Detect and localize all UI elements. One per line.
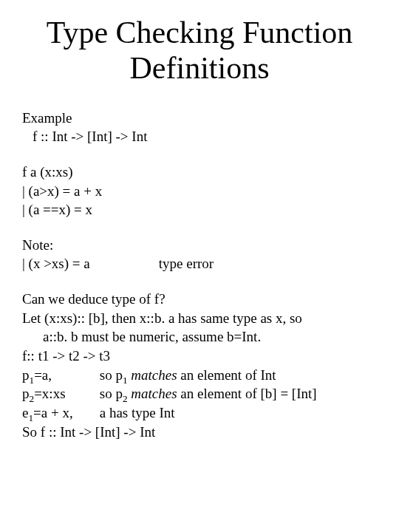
p2-right: so p2 matches an element of [b] = [Int] xyxy=(100,386,317,401)
note-label: Note: xyxy=(22,236,377,255)
f-type-line: f:: t1 -> t2 -> t3 xyxy=(22,347,377,366)
slide-title: Type Checking Function Definitions xyxy=(22,15,377,86)
e1-line: e1=a + x, a has type Int xyxy=(22,403,377,423)
defn-guard-1: | (a>x) = a + x xyxy=(22,182,377,201)
deduce-question: Can we deduce type of f? xyxy=(22,290,377,309)
note-guard: | (x >xs) = a xyxy=(22,254,155,273)
let-line-a: Let (x:xs):: [b], then x::b. a has same … xyxy=(22,309,377,328)
note-line: | (x >xs) = a type error xyxy=(22,254,377,273)
p1-line: p1=a, so p1 matches an element of Int xyxy=(22,366,377,385)
p1-left: p1=a, xyxy=(22,366,96,385)
p1-right: so p1 matches an element of Int xyxy=(100,367,276,383)
example-block: Example f :: Int -> [Int] -> Int xyxy=(22,109,377,146)
let-line-b: a::b. b must be numeric, assume b=Int. xyxy=(22,327,377,347)
p2-left: p2=x:xs xyxy=(22,384,96,403)
definition-block: f a (x:xs) | (a>x) = a + x | (a ==x) = x xyxy=(22,163,377,219)
p2-line: p2=x:xs so p2 matches an element of [b] … xyxy=(22,384,377,403)
deduce-block: Can we deduce type of f? Let (x:xs):: [b… xyxy=(22,290,377,441)
defn-guard-2: | (a ==x) = x xyxy=(22,200,377,219)
note-block: Note: | (x >xs) = a type error xyxy=(22,236,377,273)
e1-left: e1=a + x, xyxy=(22,403,96,423)
example-signature: f :: Int -> [Int] -> Int xyxy=(22,127,377,146)
note-error: type error xyxy=(159,256,214,271)
e1-right: a has type Int xyxy=(100,405,175,420)
slide-page: Type Checking Function Definitions Examp… xyxy=(0,0,399,472)
defn-head: f a (x:xs) xyxy=(22,163,377,182)
example-label: Example xyxy=(22,109,377,128)
final-line: So f :: Int -> [Int] -> Int xyxy=(22,423,377,442)
